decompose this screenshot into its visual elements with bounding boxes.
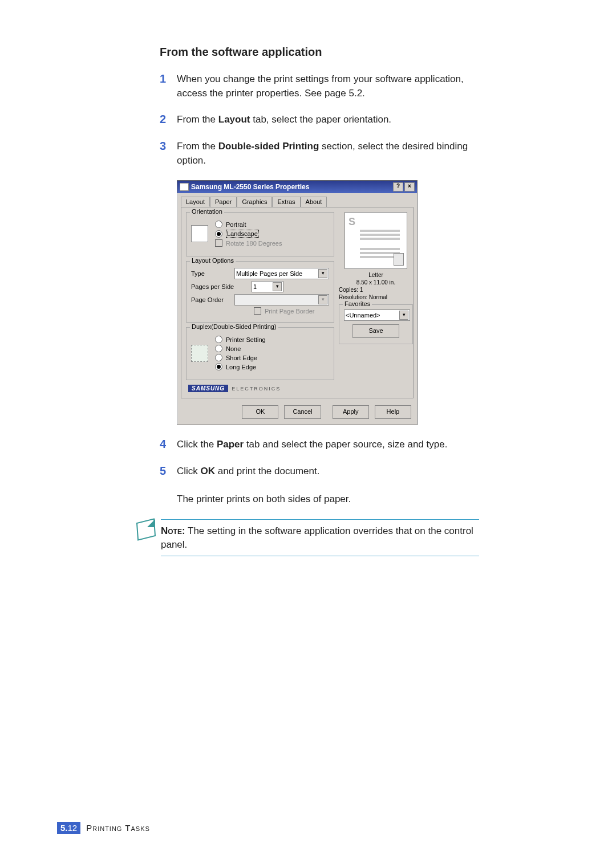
duplex-legend: Duplex(Double-Sided Printing) [190, 323, 278, 330]
page-order-label: Page Order [191, 296, 231, 303]
radio-icon [215, 221, 222, 228]
brand-subtext: ELECTRONICS [232, 386, 281, 392]
note-text: Note: The setting in the software applic… [161, 519, 479, 557]
radio-landscape[interactable]: Landscape [215, 230, 282, 238]
check-rotate-180[interactable]: Rotate 180 Degrees [215, 239, 282, 247]
step-body: Click OK and print the document. The pri… [177, 464, 351, 507]
chevron-down-icon: ▾ [273, 282, 282, 291]
radio-long-edge[interactable]: Long Edge [215, 363, 266, 370]
samsung-logo: SAMSUNG [188, 385, 228, 392]
step-3: 3 From the Double-sided Printing section… [160, 140, 479, 168]
cancel-button[interactable]: Cancel [284, 405, 321, 419]
orientation-legend: Orientation [190, 208, 224, 215]
checkbox-icon [215, 239, 222, 247]
step-3-figure: Samsung ML-2550 Series Properties ? × La… [160, 180, 479, 425]
page-footer: 5.12 Printing Tasks [57, 822, 150, 834]
layout-options-group: Layout Options Type Multiple Pages per S… [186, 261, 334, 323]
apply-button[interactable]: Apply [333, 405, 369, 419]
chapter-title: Printing Tasks [86, 823, 150, 833]
step-5: 5 Click OK and print the document. The p… [160, 464, 479, 507]
page-order-combo: ▾ [234, 294, 329, 305]
chevron-down-icon: ▾ [318, 269, 327, 278]
duplex-group: Duplex(Double-Sided Printing) Printer Se… [186, 327, 334, 380]
favorites-legend: Favorites [343, 300, 372, 307]
page-number-badge: 5.12 [57, 822, 80, 834]
section-heading: From the software application [160, 46, 479, 59]
radio-none[interactable]: None [215, 345, 266, 352]
steps-list: 1 When you change the print settings fro… [160, 72, 479, 507]
note-block: Note: The setting in the software applic… [137, 519, 479, 557]
layout-options-legend: Layout Options [190, 257, 236, 264]
step-number: 1 [160, 72, 177, 85]
print-page-border-check: Print Page Border [254, 307, 329, 315]
dialog-title: Samsung ML-2550 Series Properties [191, 183, 309, 191]
step-number: 2 [160, 113, 177, 125]
duplex-icon [191, 345, 208, 362]
preview-meta: Letter 8.50 x 11.00 in. Copies: 1 Resolu… [339, 271, 413, 301]
preview-pane: S [345, 212, 407, 269]
radio-icon [215, 345, 222, 352]
tab-graphics[interactable]: Graphics [237, 197, 272, 207]
radio-printer-setting[interactable]: Printer Setting [215, 336, 266, 343]
step-number: 4 [160, 438, 177, 450]
help-button[interactable]: ? [393, 182, 403, 191]
step-2: 2 From the Layout tab, select the paper … [160, 113, 479, 127]
checkbox-icon [254, 307, 261, 315]
radio-portrait[interactable]: Portrait [215, 221, 282, 228]
radio-icon [215, 336, 222, 343]
type-combo[interactable]: Multiple Pages per Side ▾ [234, 268, 329, 279]
orientation-icon [191, 225, 208, 242]
pages-per-side-label: Pages per Side [191, 283, 248, 290]
chevron-down-icon: ▾ [318, 295, 327, 304]
tab-extras[interactable]: Extras [272, 197, 300, 207]
radio-icon [215, 230, 222, 238]
dialog-button-row: OK Cancel Apply Help [177, 402, 417, 425]
dialog-panel: Orientation Portrait [181, 207, 414, 398]
step-number: 5 [160, 464, 177, 477]
chevron-down-icon: ▾ [399, 311, 408, 320]
orientation-group: Orientation Portrait [186, 212, 334, 256]
brand-row: SAMSUNG ELECTRONICS [188, 385, 334, 392]
dialog-titlebar: Samsung ML-2550 Series Properties ? × [177, 181, 417, 193]
close-button[interactable]: × [404, 182, 415, 191]
preview-thumb-icon [394, 253, 404, 266]
type-label: Type [191, 270, 231, 277]
page: From the software application 1 When you… [0, 0, 616, 868]
step-body: Click the Paper tab and select the paper… [177, 438, 447, 452]
step-body: When you change the print settings from … [177, 72, 479, 100]
favorites-group: Favorites <Unnamed> ▾ Save [339, 304, 413, 344]
step-body: From the Double-sided Printing section, … [177, 140, 479, 168]
dialog-right-column: S Letter 8.50 x 11.00 in. Copies: 1 Re [339, 212, 413, 393]
dialog-left-column: Orientation Portrait [186, 212, 334, 393]
tab-about[interactable]: About [301, 197, 327, 207]
radio-icon [215, 354, 222, 361]
content-column: From the software application 1 When you… [160, 46, 479, 556]
step-number: 3 [160, 140, 177, 152]
step-1: 1 When you change the print settings fro… [160, 72, 479, 100]
printer-properties-dialog: Samsung ML-2550 Series Properties ? × La… [177, 180, 418, 425]
save-button[interactable]: Save [352, 324, 399, 338]
radio-short-edge[interactable]: Short Edge [215, 354, 266, 361]
ok-button[interactable]: OK [242, 405, 278, 419]
tab-layout[interactable]: Layout [181, 197, 210, 207]
step-4: 4 Click the Paper tab and select the pap… [160, 438, 479, 452]
preview-s-icon: S [348, 216, 355, 227]
note-icon [137, 519, 155, 537]
help-button[interactable]: Help [375, 405, 411, 419]
step-body: From the Layout tab, select the paper or… [177, 113, 391, 127]
radio-icon [215, 363, 222, 370]
pages-per-side-spin[interactable]: 1 ▾ [252, 281, 283, 292]
dialog-tabs: Layout Paper Graphics Extras About [177, 193, 417, 207]
printer-icon [180, 183, 189, 191]
tab-paper[interactable]: Paper [210, 197, 237, 207]
favorites-combo[interactable]: <Unnamed> ▾ [344, 309, 410, 321]
